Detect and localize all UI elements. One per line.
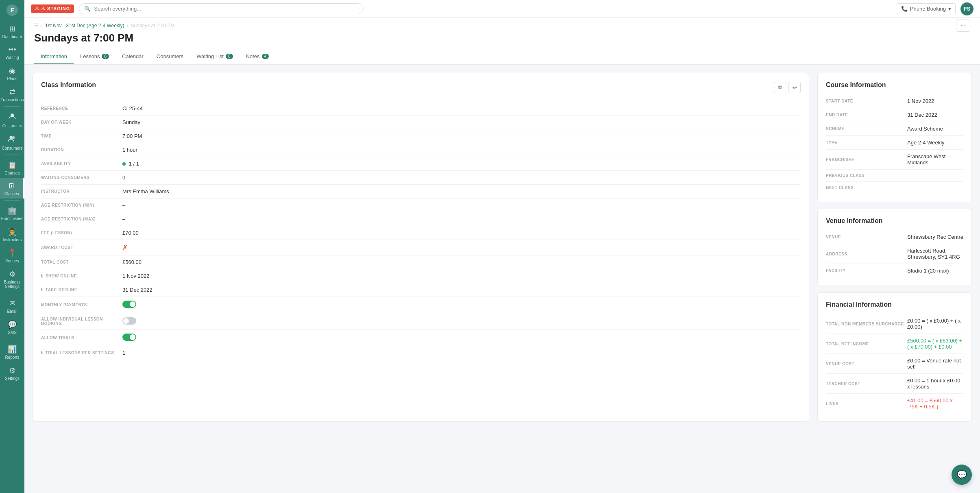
financial-row-non-members: TOTAL NON MEMBERS SURCHARGE £0.00 = ( x … xyxy=(826,314,963,334)
sidebar-divider-3 xyxy=(4,200,20,201)
sidebar-divider-4 xyxy=(4,293,20,293)
info-row-instructor: INSTRUCTOR Mrs Emma Williams xyxy=(41,185,801,199)
tabs: Information Lessons 8 Calendar Consumers… xyxy=(34,49,970,64)
info-row-reference: REFERENCE CL25-44 xyxy=(41,102,801,116)
info-row-award-cost: AWARD / COST ✗ xyxy=(41,240,801,255)
course-row-end-date: END DATE 31 Dec 2022 xyxy=(826,108,963,122)
body-content: Class Information ⧉ ✏ REFERENCE CL25-44 … xyxy=(24,65,980,430)
info-row-allow-individual: ALLOW INDIVIDUAL LESSON BOOKING xyxy=(41,313,801,330)
info-row-monthly-payments: MONTHLY PAYMENTS xyxy=(41,297,801,313)
info-row-age-max: AGE RESTRICTION (MAX) – xyxy=(41,212,801,226)
topbar-right: 📞 Phone Booking ▾ FS xyxy=(897,2,973,15)
sidebar-item-consumers[interactable]: Consumers xyxy=(0,131,24,153)
financial-row-teacher-cost: TEACHER COST £0.00 = 1 hour x £0.00 x le… xyxy=(826,374,963,394)
svg-point-4 xyxy=(12,136,15,139)
course-row-next-class: NEXT CLASS xyxy=(826,182,963,194)
classes-icon: 🗓 xyxy=(8,182,15,190)
info-icon-trial: ℹ xyxy=(41,351,43,355)
venue-info-title: Venue Information xyxy=(826,217,883,224)
sidebar-item-courses[interactable]: 📋 Courses xyxy=(0,157,24,178)
consumers-icon xyxy=(8,135,16,145)
sms-icon: 💬 xyxy=(8,320,17,329)
info-row-age-min: AGE RESTRICTION (MIN) – xyxy=(41,199,801,212)
sidebar-item-waiting[interactable]: ••• Waiting xyxy=(0,41,24,62)
sidebar-item-venues[interactable]: 📍 Venues xyxy=(0,244,24,266)
staging-badge: ⚠ ⚠ STAGING xyxy=(31,4,74,13)
info-icon-show: ℹ xyxy=(41,274,43,278)
info-row-waiting-consumers: WAITING CONSUMERS 0 xyxy=(41,171,801,185)
info-row-fee-lesson: FEE (LESSON) £70.00 xyxy=(41,226,801,240)
financial-row-venue-cost: VENUE COST £0.00 = Venue rate not set! xyxy=(826,354,963,374)
venues-icon: 📍 xyxy=(8,249,17,257)
info-row-show-online: ℹ SHOW ONLINE 1 Nov 2022 xyxy=(41,269,801,283)
instructors-icon: 👨‍🏫 xyxy=(8,227,17,236)
info-row-allow-trials: ALLOW TRIALS xyxy=(41,330,801,346)
notes-badge: 4 xyxy=(262,54,269,59)
info-row-duration: DURATION 1 hour xyxy=(41,143,801,157)
franchisees-icon: 🏢 xyxy=(8,206,17,215)
sidebar-item-franchisees[interactable]: 🏢 Franchisees xyxy=(0,202,24,223)
edit-button[interactable]: ✏ xyxy=(788,82,801,93)
avatar[interactable]: FS xyxy=(960,2,973,15)
tab-notes[interactable]: Notes 4 xyxy=(240,49,276,64)
topbar: ⚠ ⚠ STAGING 🔍 📞 Phone Booking ▾ FS xyxy=(24,0,980,18)
info-icon-offline: ℹ xyxy=(41,288,43,292)
right-column: Course Information START DATE 1 Nov 2022… xyxy=(817,73,972,422)
svg-text:F: F xyxy=(11,7,14,13)
venue-info-table: VENUE Shrewsbury Rec Centre ADDRESS Harl… xyxy=(826,230,963,277)
dashboard-icon: ⊞ xyxy=(9,24,15,33)
tab-consumers[interactable]: Consumers xyxy=(150,49,190,64)
info-row-availability: AVAILABILITY 1 / 1 xyxy=(41,157,801,171)
page-header: ☰ › 1st Nov - 31st Dec (Age 2-4 Weekly) … xyxy=(24,18,980,65)
copy-button[interactable]: ⧉ xyxy=(774,82,786,93)
business-settings-icon: ⚙ xyxy=(9,270,15,279)
tab-lessons[interactable]: Lessons 8 xyxy=(74,49,115,64)
chat-icon: 💬 xyxy=(957,470,967,480)
email-icon: ✉ xyxy=(9,299,15,308)
phone-booking-button[interactable]: 📞 Phone Booking ▾ xyxy=(897,3,956,14)
sidebar-item-transactions[interactable]: ⇄ Transactions xyxy=(0,83,24,105)
sidebar-item-dashboard[interactable]: ⊞ Dashboard xyxy=(0,20,24,41)
waiting-badge: 0 xyxy=(226,54,233,59)
card-actions: ⧉ ✏ xyxy=(774,82,801,93)
tab-waiting-list[interactable]: Waiting List 0 xyxy=(190,49,239,64)
course-row-start-date: START DATE 1 Nov 2022 xyxy=(826,94,963,108)
content-area: ☰ › 1st Nov - 31st Dec (Age 2-4 Weekly) … xyxy=(24,18,980,493)
search-bar[interactable]: 🔍 xyxy=(79,3,364,14)
waiting-icon: ••• xyxy=(9,46,16,54)
sidebar-divider-2 xyxy=(4,155,20,155)
tab-calendar[interactable]: Calendar xyxy=(115,49,150,64)
sidebar-item-classes[interactable]: 🗓 Classes xyxy=(0,178,24,199)
breadcrumb-sep0: › xyxy=(41,23,43,28)
breadcrumb-link[interactable]: 1st Nov - 31st Dec (Age 2-4 Weekly) xyxy=(45,23,124,28)
courses-icon: 📋 xyxy=(8,161,17,170)
sidebar-item-settings[interactable]: ⚙ Settings xyxy=(0,362,24,383)
financial-info-title: Financial Information xyxy=(826,301,892,308)
sidebar-item-business-settings[interactable]: ⚙ Business Settings xyxy=(0,266,24,291)
venue-row-venue: VENUE Shrewsbury Rec Centre xyxy=(826,230,963,244)
tab-information[interactable]: Information xyxy=(34,49,74,64)
breadcrumb-icon: ☰ xyxy=(34,23,39,28)
breadcrumb-sep1: › xyxy=(127,23,128,28)
class-info-table: REFERENCE CL25-44 DAY OF WEEK Sunday TIM… xyxy=(41,102,801,360)
customers-icon xyxy=(8,112,16,122)
plans-icon: ◉ xyxy=(9,66,15,75)
sidebar-item-instructors[interactable]: 👨‍🏫 Instructors xyxy=(0,223,24,244)
settings-icon: ⚙ xyxy=(9,366,15,375)
individual-booking-toggle[interactable] xyxy=(122,317,136,325)
sidebar-item-sms[interactable]: 💬 SMS xyxy=(0,316,24,337)
allow-trials-toggle[interactable] xyxy=(122,334,136,341)
availability-dot xyxy=(122,162,126,166)
sidebar-item-customers[interactable]: Customers xyxy=(0,108,24,131)
financial-row-net-income: TOTAL NET INCOME £560.00 = ( x £63.00) +… xyxy=(826,334,963,354)
sidebar-item-plans[interactable]: ◉ Plans xyxy=(0,62,24,83)
warning-icon: ⚠ xyxy=(35,6,39,11)
sidebar-item-reports[interactable]: 📊 Reports xyxy=(0,341,24,362)
info-row-time: TIME 7:00 PM xyxy=(41,129,801,143)
monthly-payments-toggle[interactable] xyxy=(122,301,136,308)
search-input[interactable] xyxy=(94,6,358,12)
more-options-button[interactable]: ··· xyxy=(956,20,970,32)
venue-information-card: Venue Information VENUE Shrewsbury Rec C… xyxy=(817,209,972,286)
chat-bubble-button[interactable]: 💬 xyxy=(952,465,972,485)
sidebar-item-email[interactable]: ✉ Email xyxy=(0,295,24,316)
